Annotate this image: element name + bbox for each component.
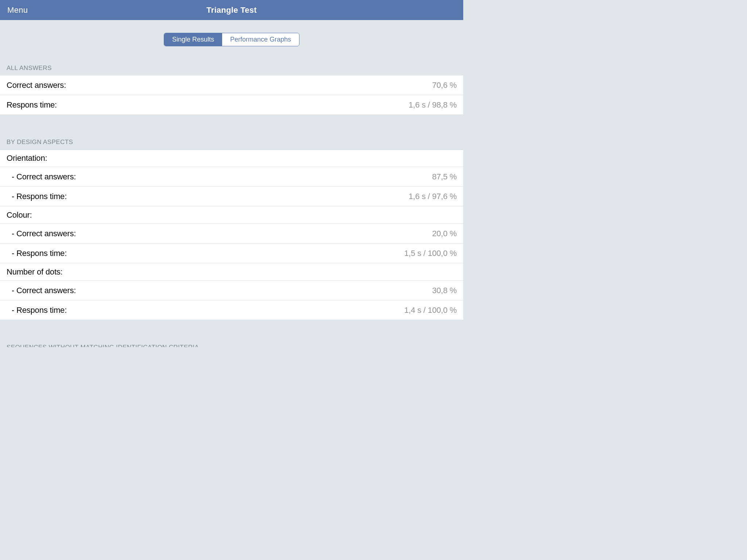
- label-orientation: Orientation:: [7, 153, 47, 163]
- navigation-bar: Menu Triangle Test: [0, 0, 463, 20]
- value-orientation-correct: 87,5 %: [432, 172, 457, 182]
- value-dots-respons: 1,4 s / 100,0 %: [404, 306, 457, 315]
- menu-button[interactable]: Menu: [7, 5, 28, 15]
- label-colour-respons: - Respons time:: [7, 249, 67, 258]
- row-colour-respons: - Respons time: 1,5 s / 100,0 %: [0, 244, 463, 263]
- row-orientation-respons: - Respons time: 1,6 s / 97,6 %: [0, 187, 463, 206]
- label-dots-correct: - Correct answers:: [7, 286, 76, 295]
- row-orientation-correct: - Correct answers: 87,5 %: [0, 167, 463, 187]
- label-respons-time: Respons time:: [7, 100, 57, 110]
- row-respons-time: Respons time: 1,6 s / 98,8 %: [0, 95, 463, 115]
- tab-performance-graphs[interactable]: Performance Graphs: [222, 33, 299, 46]
- section-header-all-answers: ALL ANSWERS: [0, 57, 463, 75]
- segmented-control: Single Results Performance Graphs: [164, 33, 299, 46]
- value-colour-respons: 1,5 s / 100,0 %: [404, 249, 457, 258]
- label-dots: Number of dots:: [7, 267, 63, 277]
- label-dots-respons: - Respons time:: [7, 306, 67, 315]
- segmented-control-wrap: Single Results Performance Graphs: [0, 20, 463, 57]
- value-respons-time: 1,6 s / 98,8 %: [409, 100, 457, 110]
- group-header-orientation: Orientation:: [0, 149, 463, 167]
- row-colour-correct: - Correct answers: 20,0 %: [0, 224, 463, 244]
- group-header-colour: Colour:: [0, 206, 463, 224]
- value-correct-answers: 70,6 %: [432, 81, 457, 90]
- row-correct-answers: Correct answers: 70,6 %: [0, 75, 463, 95]
- tab-single-results[interactable]: Single Results: [164, 33, 222, 46]
- value-colour-correct: 20,0 %: [432, 229, 457, 238]
- label-colour: Colour:: [7, 210, 32, 220]
- section-header-by-design: BY DESIGN ASPECTS: [0, 131, 463, 149]
- value-orientation-respons: 1,6 s / 97,6 %: [409, 192, 457, 201]
- section-header-sequences: SEQUENCES WITHOUT MATCHING IDENTIFICATIO…: [0, 337, 463, 347]
- label-colour-correct: - Correct answers:: [7, 229, 76, 238]
- page-title: Triangle Test: [206, 5, 257, 15]
- label-orientation-correct: - Correct answers:: [7, 172, 76, 182]
- label-correct-answers: Correct answers:: [7, 81, 66, 90]
- row-dots-respons: - Respons time: 1,4 s / 100,0 %: [0, 300, 463, 320]
- row-dots-correct: - Correct answers: 30,8 %: [0, 281, 463, 300]
- value-dots-correct: 30,8 %: [432, 286, 457, 295]
- label-orientation-respons: - Respons time:: [7, 192, 67, 201]
- group-header-dots: Number of dots:: [0, 263, 463, 281]
